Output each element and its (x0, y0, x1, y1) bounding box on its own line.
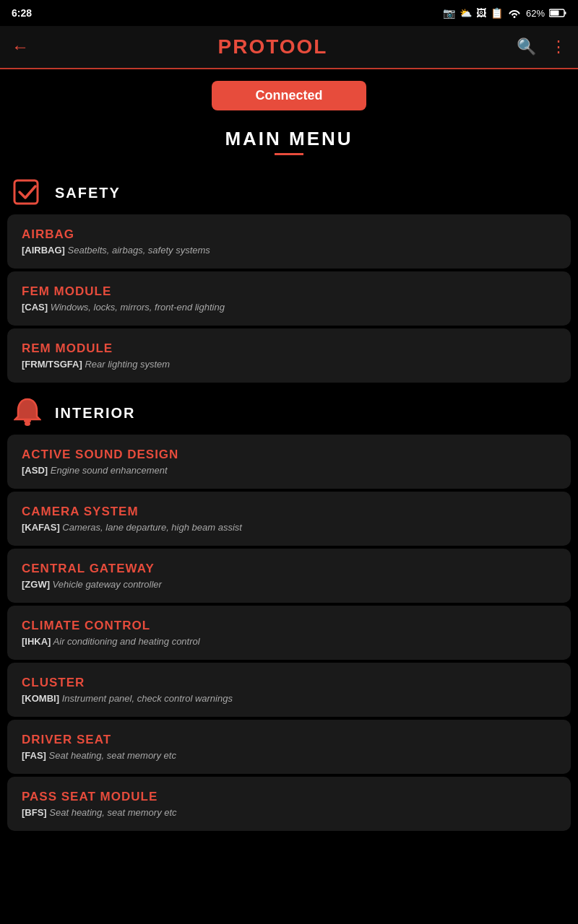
zgw-desc: Vehicle gateway controller (53, 579, 162, 590)
active-sound-design-title: ACTIVE SOUND DESIGN (22, 448, 556, 462)
cluster-sub: [KOMBI] Instrument panel, check control … (22, 693, 556, 704)
fas-desc: Seat heating, seat memory etc (49, 750, 176, 761)
svg-rect-3 (14, 180, 38, 204)
image-icon: 🖼 (476, 7, 486, 19)
rem-module-title: REM MODULE (22, 341, 556, 356)
app-title: PROTOOL (218, 35, 328, 58)
bfs-code: [BFS] (22, 807, 47, 818)
asd-code: [ASD] (22, 465, 48, 476)
battery-icon (549, 8, 566, 18)
camera-icon: 📷 (443, 7, 455, 19)
central-gateway-item[interactable]: CENTRAL GATEWAY [ZGW] Vehicle gateway co… (7, 549, 571, 603)
interior-section-label: INTERIOR (55, 405, 136, 422)
safety-items: AIRBAG [AIRBAG] Seatbelts, airbags, safe… (0, 214, 578, 383)
kafas-code: [KAFAS] (22, 522, 60, 533)
kafas-desc: Cameras, lane departure, high beam assis… (62, 522, 242, 533)
kombi-code: [KOMBI] (22, 693, 59, 704)
safety-icon (12, 177, 43, 209)
rem-module-sub: [FRM/TSGFA] Rear lighting system (22, 359, 556, 370)
weather-icon: ⛅ (460, 7, 472, 19)
ihka-code: [IHKA] (22, 636, 51, 647)
central-gateway-sub: [ZGW] Vehicle gateway controller (22, 579, 556, 590)
interior-items: ACTIVE SOUND DESIGN [ASD] Engine sound e… (0, 435, 578, 831)
driver-seat-item[interactable]: DRIVER SEAT [FAS] Seat heating, seat mem… (7, 720, 571, 774)
search-button[interactable]: 🔍 (517, 38, 536, 56)
zgw-code: [ZGW] (22, 579, 50, 590)
active-sound-design-sub: [ASD] Engine sound enhancement (22, 465, 556, 476)
app-bar: ← PROTOOL 🔍 ⋮ (0, 26, 578, 69)
back-button[interactable]: ← (12, 37, 29, 57)
connected-section: Connected (0, 69, 578, 116)
climate-control-sub: [IHKA] Air conditioning and heating cont… (22, 636, 556, 647)
fem-module-code: [CAS] (22, 302, 48, 313)
driver-seat-sub: [FAS] Seat heating, seat memory etc (22, 750, 556, 761)
svg-rect-1 (565, 12, 566, 14)
asd-desc: Engine sound enhancement (51, 465, 168, 476)
driver-seat-title: DRIVER SEAT (22, 733, 556, 747)
safety-section-label: SAFETY (55, 185, 121, 201)
bfs-desc: Seat heating, seat memory etc (49, 807, 176, 818)
section-header-safety: SAFETY (0, 170, 578, 214)
airbag-title: AIRBAG (22, 227, 556, 242)
rem-module-item[interactable]: REM MODULE [FRM/TSGFA] Rear lighting sys… (7, 328, 571, 383)
more-button[interactable]: ⋮ (551, 38, 566, 56)
pass-seat-module-title: PASS SEAT MODULE (22, 790, 556, 804)
svg-point-5 (25, 422, 30, 426)
airbag-desc: Seatbelts, airbags, safety systems (68, 245, 210, 256)
fem-module-sub: [CAS] Windows, locks, mirrors, front-end… (22, 302, 556, 313)
battery-text: 62% (526, 8, 545, 19)
title-underline (275, 153, 303, 155)
section-header-interior: INTERIOR (0, 390, 578, 435)
fem-module-desc: Windows, locks, mirrors, front-end light… (51, 302, 225, 313)
cluster-item[interactable]: CLUSTER [KOMBI] Instrument panel, check … (7, 663, 571, 717)
fem-module-title: FEM MODULE (22, 284, 556, 299)
status-bar: 6:28 📷 ⛅ 🖼 📋 62% (0, 0, 578, 26)
clipboard-icon: 📋 (491, 7, 503, 19)
pass-seat-module-sub: [BFS] Seat heating, seat memory etc (22, 807, 556, 818)
ihka-desc: Air conditioning and heating control (53, 636, 200, 647)
climate-control-item[interactable]: CLIMATE CONTROL [IHKA] Air conditioning … (7, 606, 571, 660)
app-bar-actions: 🔍 ⋮ (517, 38, 566, 56)
camera-system-sub: [KAFAS] Cameras, lane departure, high be… (22, 522, 556, 533)
camera-system-item[interactable]: CAMERA SYSTEM [KAFAS] Cameras, lane depa… (7, 492, 571, 546)
interior-icon (12, 397, 43, 429)
climate-control-title: CLIMATE CONTROL (22, 619, 556, 633)
status-right: 📷 ⛅ 🖼 📋 62% (443, 7, 566, 19)
airbag-code: [AIRBAG] (22, 245, 65, 256)
central-gateway-title: CENTRAL GATEWAY (22, 562, 556, 576)
connected-badge: Connected (212, 81, 366, 110)
airbag-item[interactable]: AIRBAG [AIRBAG] Seatbelts, airbags, safe… (7, 214, 571, 269)
svg-rect-2 (551, 11, 559, 16)
status-time: 6:28 (12, 7, 32, 19)
rem-module-desc: Rear lighting system (85, 359, 170, 370)
kombi-desc: Instrument panel, check control warnings (62, 693, 233, 704)
wifi-icon (507, 8, 522, 18)
fas-code: [FAS] (22, 750, 46, 761)
cluster-title: CLUSTER (22, 676, 556, 690)
rem-module-code: [FRM/TSGFA] (22, 359, 82, 370)
active-sound-design-item[interactable]: ACTIVE SOUND DESIGN [ASD] Engine sound e… (7, 435, 571, 489)
pass-seat-module-item[interactable]: PASS SEAT MODULE [BFS] Seat heating, sea… (7, 777, 571, 831)
airbag-sub: [AIRBAG] Seatbelts, airbags, safety syst… (22, 245, 556, 256)
page-title: MAIN MENU (0, 128, 578, 150)
camera-system-title: CAMERA SYSTEM (22, 505, 556, 519)
fem-module-item[interactable]: FEM MODULE [CAS] Windows, locks, mirrors… (7, 271, 571, 326)
